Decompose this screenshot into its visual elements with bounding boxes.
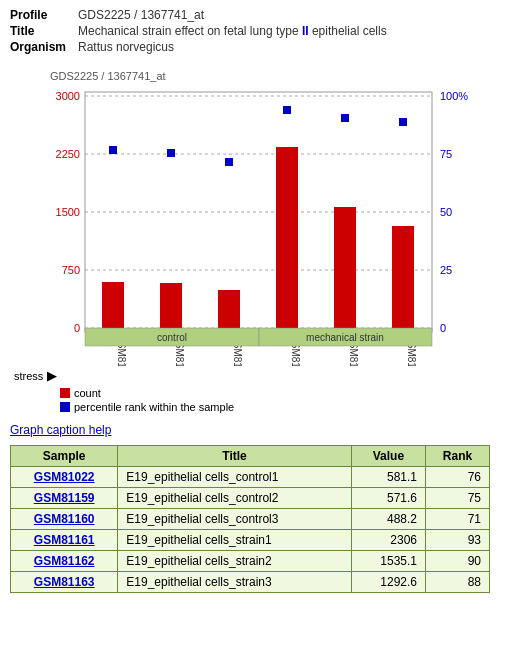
cell-rank: 76	[425, 467, 489, 488]
col-header-value: Value	[351, 446, 425, 467]
cell-title: E19_epithelial cells_control1	[118, 467, 352, 488]
table-row: GSM81022E19_epithelial cells_control1581…	[11, 467, 490, 488]
cell-value: 571.6	[351, 488, 425, 509]
legend-item-count: count	[60, 387, 495, 399]
bar-1	[160, 283, 182, 328]
dot-1	[167, 149, 175, 157]
svg-text:0: 0	[74, 322, 80, 334]
dot-3	[283, 106, 291, 114]
cell-rank: 75	[425, 488, 489, 509]
bar-5	[392, 226, 414, 328]
svg-text:25: 25	[440, 264, 452, 276]
chart-title: GDS2225 / 1367741_at	[50, 70, 495, 82]
organism-row: Organism Rattus norvegicus	[10, 40, 495, 54]
title-label: Title	[10, 24, 78, 38]
graph-caption-link[interactable]: Graph caption help	[10, 423, 495, 437]
cell-value: 488.2	[351, 509, 425, 530]
title-value: Mechanical strain effect on fetal lung t…	[78, 24, 387, 38]
chart-container: GDS2225 / 1367741_at 3000 2250 1500 750 …	[10, 70, 495, 415]
svg-text:0: 0	[440, 322, 446, 334]
cell-title: E19_epithelial cells_strain1	[118, 530, 352, 551]
dot-4	[341, 114, 349, 122]
profile-row: Profile GDS2225 / 1367741_at	[10, 8, 495, 22]
legend-label-percentile: percentile rank within the sample	[74, 401, 234, 413]
legend-color-count	[60, 388, 70, 398]
dot-5	[399, 118, 407, 126]
cell-title: E19_epithelial cells_strain2	[118, 551, 352, 572]
profile-value: GDS2225 / 1367741_at	[78, 8, 204, 22]
dot-2	[225, 158, 233, 166]
table-header-row: Sample Title Value Rank	[11, 446, 490, 467]
legend-color-percentile	[60, 402, 70, 412]
cell-rank: 93	[425, 530, 489, 551]
table-row: GSM81162E19_epithelial cells_strain21535…	[11, 551, 490, 572]
bar-2	[218, 290, 240, 328]
cell-rank: 90	[425, 551, 489, 572]
cell-title: E19_epithelial cells_strain3	[118, 572, 352, 593]
col-header-title: Title	[118, 446, 352, 467]
title-row: Title Mechanical strain effect on fetal …	[10, 24, 495, 38]
col-header-sample: Sample	[11, 446, 118, 467]
svg-text:100%: 100%	[440, 90, 468, 102]
svg-text:1500: 1500	[56, 206, 80, 218]
svg-text:50: 50	[440, 206, 452, 218]
bar-4	[334, 207, 356, 328]
svg-text:750: 750	[62, 264, 80, 276]
data-table: Sample Title Value Rank GSM81022E19_epit…	[10, 445, 490, 593]
cell-value: 1292.6	[351, 572, 425, 593]
stress-text: stress	[14, 370, 43, 382]
cell-value: 581.1	[351, 467, 425, 488]
cell-sample[interactable]: GSM81163	[11, 572, 118, 593]
cell-title: E19_epithelial cells_control2	[118, 488, 352, 509]
cell-title: E19_epithelial cells_control3	[118, 509, 352, 530]
chart-area: 3000 2250 1500 750 0 100% 75 50 25 0	[50, 86, 470, 366]
legend-item-percentile: percentile rank within the sample	[60, 401, 495, 413]
dot-0	[109, 146, 117, 154]
svg-text:control: control	[157, 332, 187, 343]
bar-3	[276, 147, 298, 328]
stress-arrow-icon: ▶	[47, 368, 57, 383]
cell-sample[interactable]: GSM81022	[11, 467, 118, 488]
cell-sample[interactable]: GSM81160	[11, 509, 118, 530]
title-text: Mechanical strain effect on fetal lung t…	[78, 24, 302, 38]
svg-text:2250: 2250	[56, 148, 80, 160]
cell-sample[interactable]: GSM81161	[11, 530, 118, 551]
stress-label-row: stress ▶	[14, 368, 495, 383]
table-row: GSM81160E19_epithelial cells_control3488…	[11, 509, 490, 530]
cell-sample[interactable]: GSM81162	[11, 551, 118, 572]
title-suffix: epithelial cells	[309, 24, 387, 38]
cell-value: 2306	[351, 530, 425, 551]
organism-value: Rattus norvegicus	[78, 40, 174, 54]
svg-text:3000: 3000	[56, 90, 80, 102]
profile-label: Profile	[10, 8, 78, 22]
cell-rank: 88	[425, 572, 489, 593]
svg-text:75: 75	[440, 148, 452, 160]
header-section: Profile GDS2225 / 1367741_at Title Mecha…	[0, 0, 505, 60]
svg-text:mechanical strain: mechanical strain	[306, 332, 384, 343]
title-highlight: II	[302, 24, 309, 38]
chart-svg: 3000 2250 1500 750 0 100% 75 50 25 0	[50, 86, 470, 366]
table-row: GSM81163E19_epithelial cells_strain31292…	[11, 572, 490, 593]
table-row: GSM81159E19_epithelial cells_control2571…	[11, 488, 490, 509]
col-header-rank: Rank	[425, 446, 489, 467]
legend-label-count: count	[74, 387, 101, 399]
bar-0	[102, 282, 124, 328]
cell-value: 1535.1	[351, 551, 425, 572]
chart-legend: count percentile rank within the sample	[60, 387, 495, 415]
cell-sample[interactable]: GSM81159	[11, 488, 118, 509]
cell-rank: 71	[425, 509, 489, 530]
organism-label: Organism	[10, 40, 78, 54]
table-row: GSM81161E19_epithelial cells_strain12306…	[11, 530, 490, 551]
